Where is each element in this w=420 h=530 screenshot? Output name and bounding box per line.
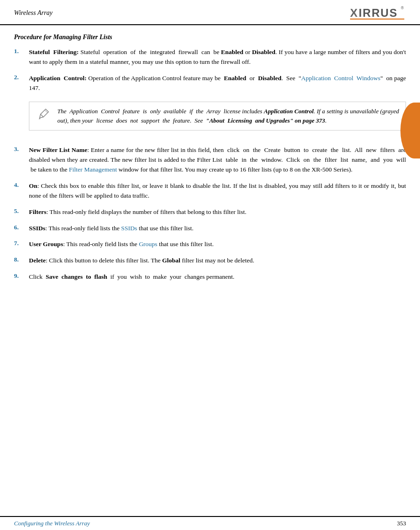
item8-label: Delete — [29, 257, 46, 264]
item2-link[interactable]: Application Control Windows — [301, 75, 380, 82]
item-number-9: 9. — [14, 272, 27, 280]
list-item-5: 5. Filters: This read-only field display… — [14, 207, 406, 217]
item-content-2: Application Control: Operation of the Ap… — [29, 74, 406, 93]
item-content-9: Click Save changes to flash if you wish … — [29, 272, 406, 282]
svg-text:®: ® — [401, 6, 404, 10]
item-number-7: 7. — [14, 240, 27, 247]
note-item: The Application Control feature is only … — [14, 100, 406, 138]
procedure-list: 1. Stateful Filtering: Stateful operatio… — [14, 48, 406, 282]
note-icon-container — [36, 107, 53, 125]
item-number-2: 2. — [14, 74, 27, 81]
pencil-icon — [38, 108, 50, 121]
item-content-3: New Filter List Name: Enter a name for t… — [29, 145, 406, 175]
svg-text:X: X — [350, 7, 358, 19]
list-item-7: 7. User Groups: This read-only field lis… — [14, 240, 406, 249]
xirrus-logo-svg: X IRRUS ® — [350, 5, 406, 21]
list-item-4: 4. On: Check this box to enable this fil… — [14, 181, 406, 201]
item-number-6: 6. — [14, 224, 27, 231]
item5-label: Filters — [29, 208, 46, 215]
main-content: Procedure for Managing Filter Lists 1. S… — [0, 25, 420, 297]
note-app-control: Application Control — [264, 108, 314, 115]
item-number-3: 3. — [14, 145, 27, 153]
item-content-8: Delete: Click this button to delete this… — [29, 256, 406, 266]
item-content-4: On: Check this box to enable this filter… — [29, 181, 406, 201]
item9-save-label: Save changes to flash — [46, 273, 107, 280]
item-number-5: 5. — [14, 207, 27, 215]
item-content-1: Stateful Filtering: Stateful operation o… — [29, 48, 406, 67]
logo: X IRRUS ® — [350, 5, 406, 21]
item3-filter-mgmt-link[interactable]: Filter Management — [69, 166, 117, 173]
item7-label: User Groups — [29, 241, 63, 248]
item3-label: New Filter List Name — [29, 146, 87, 153]
item1-disabled: Disabled — [252, 48, 275, 55]
item8-global: Global — [162, 257, 180, 264]
header: Wireless Array X IRRUS ® — [0, 0, 420, 25]
list-item-1: 1. Stateful Filtering: Stateful operatio… — [14, 48, 406, 67]
footer: Configuring the Wireless Array 353 — [0, 516, 420, 530]
item2-disabled: Disabled — [258, 75, 281, 82]
item-content-7: User Groups: This read-only field lists … — [29, 240, 406, 249]
note-box: The Application Control feature is only … — [29, 102, 406, 131]
item-content-6: SSIDs: This read-only field lists the SS… — [29, 224, 406, 234]
item-content-5: Filters: This read-only field displays t… — [29, 207, 406, 217]
item7-groups-link[interactable]: Groups — [139, 241, 158, 248]
list-item-6: 6. SSIDs: This read-only field lists the… — [14, 224, 406, 234]
item-number-8: 8. — [14, 256, 27, 263]
item1-enabled: Enabled — [221, 48, 243, 55]
item4-label: On — [29, 182, 37, 189]
note-spacer — [14, 100, 27, 107]
item6-ssids-link[interactable]: SSIDs — [121, 225, 138, 232]
item6-label: SSIDs — [29, 225, 45, 232]
list-item-8: 8. Delete: Click this button to delete t… — [14, 256, 406, 266]
item2-enabled: Enabled — [224, 75, 246, 82]
note-about-licensing: "About Licensing and Upgrades" on page 3… — [206, 117, 325, 124]
list-item-3: 3. New Filter List Name: Enter a name fo… — [14, 145, 406, 175]
item2-label: Application Control: — [29, 75, 87, 82]
page-container: Wireless Array X IRRUS ® Procedure for M… — [0, 0, 420, 530]
item-number-4: 4. — [14, 181, 27, 189]
header-title: Wireless Array — [14, 9, 53, 17]
section-title: Procedure for Managing Filter Lists — [14, 34, 406, 41]
svg-text:IRRUS: IRRUS — [358, 7, 398, 19]
note-text: The Application Control feature is only … — [57, 107, 399, 125]
item1-label: Stateful Filtering: — [29, 48, 79, 55]
footer-right: 353 — [397, 520, 406, 527]
item-number-1: 1. — [14, 48, 27, 55]
list-item-9: 9. Click Save changes to flash if you wi… — [14, 272, 406, 282]
footer-left: Configuring the Wireless Array — [14, 520, 90, 527]
list-item-2: 2. Application Control: Operation of the… — [14, 74, 406, 93]
